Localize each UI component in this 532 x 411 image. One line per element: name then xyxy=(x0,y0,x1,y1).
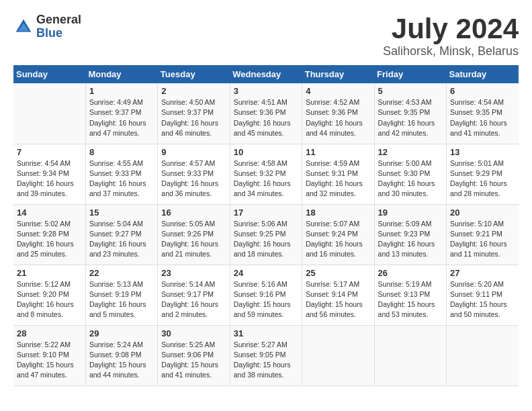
calendar-cell: 10Sunrise: 4:58 AM Sunset: 9:32 PM Dayli… xyxy=(230,144,302,204)
day-number: 24 xyxy=(234,268,298,278)
day-info: Sunrise: 5:04 AM Sunset: 9:27 PM Dayligh… xyxy=(89,219,154,260)
day-number: 17 xyxy=(234,208,298,218)
title-area: July 2024 Salihorsk, Minsk, Belarus xyxy=(383,13,519,58)
day-info: Sunrise: 5:07 AM Sunset: 9:24 PM Dayligh… xyxy=(306,219,370,260)
day-info: Sunrise: 5:24 AM Sunset: 9:08 PM Dayligh… xyxy=(89,340,154,381)
day-info: Sunrise: 4:54 AM Sunset: 9:34 PM Dayligh… xyxy=(17,158,82,199)
day-info: Sunrise: 5:20 AM Sunset: 9:11 PM Dayligh… xyxy=(450,279,515,320)
logo-blue-text: Blue xyxy=(36,27,81,40)
calendar-cell: 17Sunrise: 5:06 AM Sunset: 9:25 PM Dayli… xyxy=(230,204,302,265)
week-row-2: 7Sunrise: 4:54 AM Sunset: 9:34 PM Daylig… xyxy=(13,144,519,204)
calendar-cell: 4Sunrise: 4:52 AM Sunset: 9:36 PM Daylig… xyxy=(302,83,374,144)
month-title: July 2024 xyxy=(383,13,519,44)
day-number: 19 xyxy=(378,208,443,218)
day-number: 13 xyxy=(450,147,515,157)
logo: General Blue xyxy=(13,13,81,40)
day-info: Sunrise: 5:27 AM Sunset: 9:05 PM Dayligh… xyxy=(234,340,298,381)
calendar-cell: 20Sunrise: 5:10 AM Sunset: 9:21 PM Dayli… xyxy=(447,204,519,265)
day-number: 25 xyxy=(306,268,370,278)
day-info: Sunrise: 4:59 AM Sunset: 9:31 PM Dayligh… xyxy=(306,158,370,199)
calendar-cell: 19Sunrise: 5:09 AM Sunset: 9:23 PM Dayli… xyxy=(374,204,446,265)
day-number: 8 xyxy=(89,147,154,157)
day-number: 7 xyxy=(17,147,82,157)
day-info: Sunrise: 4:57 AM Sunset: 9:33 PM Dayligh… xyxy=(161,158,226,199)
day-number: 30 xyxy=(161,328,226,338)
calendar-cell: 8Sunrise: 4:55 AM Sunset: 9:33 PM Daylig… xyxy=(85,144,157,204)
calendar-table: SundayMondayTuesdayWednesdayThursdayFrid… xyxy=(13,65,519,386)
week-row-4: 21Sunrise: 5:12 AM Sunset: 9:20 PM Dayli… xyxy=(13,265,519,325)
day-number: 23 xyxy=(161,268,226,278)
calendar-cell: 16Sunrise: 5:05 AM Sunset: 9:26 PM Dayli… xyxy=(158,204,230,265)
calendar-cell: 28Sunrise: 5:22 AM Sunset: 9:10 PM Dayli… xyxy=(13,325,85,385)
logo-text: General Blue xyxy=(36,13,81,40)
day-number: 15 xyxy=(89,208,154,218)
logo-icon xyxy=(13,17,34,37)
day-number: 11 xyxy=(306,147,370,157)
calendar-cell: 29Sunrise: 5:24 AM Sunset: 9:08 PM Dayli… xyxy=(85,325,157,385)
day-info: Sunrise: 4:51 AM Sunset: 9:36 PM Dayligh… xyxy=(234,97,298,138)
day-number: 22 xyxy=(89,268,154,278)
calendar-cell: 3Sunrise: 4:51 AM Sunset: 9:36 PM Daylig… xyxy=(230,83,302,144)
day-info: Sunrise: 5:22 AM Sunset: 9:10 PM Dayligh… xyxy=(17,340,82,381)
day-info: Sunrise: 5:06 AM Sunset: 9:25 PM Dayligh… xyxy=(234,219,298,260)
day-number: 16 xyxy=(161,208,226,218)
day-number: 6 xyxy=(450,86,515,96)
day-info: Sunrise: 5:01 AM Sunset: 9:29 PM Dayligh… xyxy=(450,158,515,199)
weekday-header-saturday: Saturday xyxy=(447,65,519,83)
day-info: Sunrise: 5:19 AM Sunset: 9:13 PM Dayligh… xyxy=(378,279,443,320)
day-number: 12 xyxy=(378,147,443,157)
day-info: Sunrise: 5:00 AM Sunset: 9:30 PM Dayligh… xyxy=(378,158,443,199)
day-number: 2 xyxy=(161,86,226,96)
calendar-cell: 27Sunrise: 5:20 AM Sunset: 9:11 PM Dayli… xyxy=(447,265,519,325)
day-info: Sunrise: 4:49 AM Sunset: 9:37 PM Dayligh… xyxy=(89,97,154,138)
calendar-cell xyxy=(447,325,519,385)
calendar-cell: 6Sunrise: 4:54 AM Sunset: 9:35 PM Daylig… xyxy=(447,83,519,144)
location: Salihorsk, Minsk, Belarus xyxy=(383,44,519,58)
day-info: Sunrise: 5:17 AM Sunset: 9:14 PM Dayligh… xyxy=(306,279,370,320)
logo-general-text: General xyxy=(36,13,81,27)
calendar-cell: 30Sunrise: 5:25 AM Sunset: 9:06 PM Dayli… xyxy=(158,325,230,385)
day-number: 4 xyxy=(306,86,370,96)
day-number: 20 xyxy=(450,208,515,218)
calendar-cell: 12Sunrise: 5:00 AM Sunset: 9:30 PM Dayli… xyxy=(374,144,446,204)
day-info: Sunrise: 5:12 AM Sunset: 9:20 PM Dayligh… xyxy=(17,279,82,320)
header: General Blue July 2024 Salihorsk, Minsk,… xyxy=(13,13,519,58)
day-number: 9 xyxy=(161,147,226,157)
week-row-5: 28Sunrise: 5:22 AM Sunset: 9:10 PM Dayli… xyxy=(13,325,519,385)
day-info: Sunrise: 5:16 AM Sunset: 9:16 PM Dayligh… xyxy=(234,279,298,320)
calendar-cell xyxy=(374,325,446,385)
day-number: 10 xyxy=(234,147,298,157)
day-info: Sunrise: 4:54 AM Sunset: 9:35 PM Dayligh… xyxy=(450,97,515,138)
day-info: Sunrise: 4:50 AM Sunset: 9:37 PM Dayligh… xyxy=(161,97,226,138)
day-number: 5 xyxy=(378,86,443,96)
week-row-1: 1Sunrise: 4:49 AM Sunset: 9:37 PM Daylig… xyxy=(13,83,519,144)
calendar-cell xyxy=(13,83,85,144)
calendar-cell: 22Sunrise: 5:13 AM Sunset: 9:19 PM Dayli… xyxy=(85,265,157,325)
calendar-cell: 1Sunrise: 4:49 AM Sunset: 9:37 PM Daylig… xyxy=(85,83,157,144)
day-info: Sunrise: 5:25 AM Sunset: 9:06 PM Dayligh… xyxy=(161,340,226,381)
weekday-header-tuesday: Tuesday xyxy=(158,65,230,83)
day-number: 28 xyxy=(17,328,82,338)
day-number: 31 xyxy=(234,328,298,338)
day-number: 29 xyxy=(89,328,154,338)
week-row-3: 14Sunrise: 5:02 AM Sunset: 9:28 PM Dayli… xyxy=(13,204,519,265)
calendar-cell: 13Sunrise: 5:01 AM Sunset: 9:29 PM Dayli… xyxy=(447,144,519,204)
calendar-cell: 26Sunrise: 5:19 AM Sunset: 9:13 PM Dayli… xyxy=(374,265,446,325)
calendar-cell: 25Sunrise: 5:17 AM Sunset: 9:14 PM Dayli… xyxy=(302,265,374,325)
day-info: Sunrise: 4:58 AM Sunset: 9:32 PM Dayligh… xyxy=(234,158,298,199)
calendar-cell xyxy=(302,325,374,385)
calendar-cell: 9Sunrise: 4:57 AM Sunset: 9:33 PM Daylig… xyxy=(158,144,230,204)
day-info: Sunrise: 5:14 AM Sunset: 9:17 PM Dayligh… xyxy=(161,279,226,320)
weekday-header-sunday: Sunday xyxy=(13,65,85,83)
weekday-header-thursday: Thursday xyxy=(302,65,374,83)
calendar-cell: 2Sunrise: 4:50 AM Sunset: 9:37 PM Daylig… xyxy=(158,83,230,144)
day-number: 1 xyxy=(89,86,154,96)
day-info: Sunrise: 5:13 AM Sunset: 9:19 PM Dayligh… xyxy=(89,279,154,320)
day-info: Sunrise: 4:53 AM Sunset: 9:35 PM Dayligh… xyxy=(378,97,443,138)
day-number: 18 xyxy=(306,208,370,218)
day-info: Sunrise: 5:05 AM Sunset: 9:26 PM Dayligh… xyxy=(161,219,226,260)
calendar-cell: 14Sunrise: 5:02 AM Sunset: 9:28 PM Dayli… xyxy=(13,204,85,265)
calendar-cell: 24Sunrise: 5:16 AM Sunset: 9:16 PM Dayli… xyxy=(230,265,302,325)
calendar-cell: 5Sunrise: 4:53 AM Sunset: 9:35 PM Daylig… xyxy=(374,83,446,144)
day-info: Sunrise: 5:09 AM Sunset: 9:23 PM Dayligh… xyxy=(378,219,443,260)
